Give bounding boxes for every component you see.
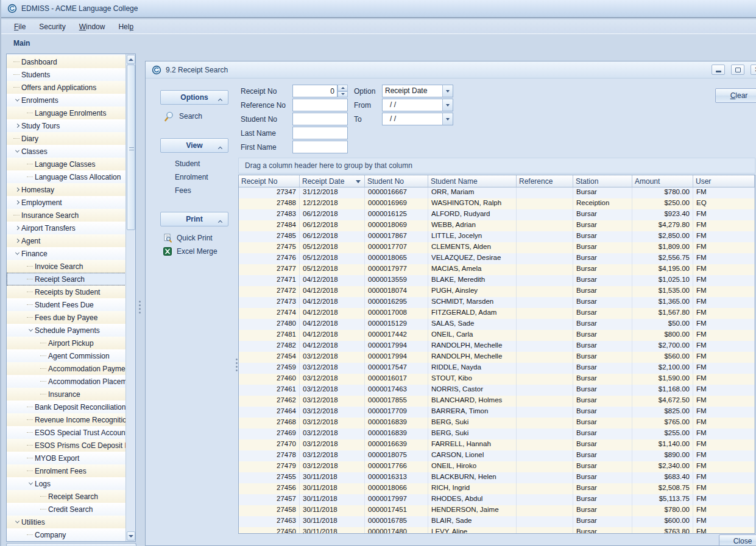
view-student-link[interactable]: Student [175,159,200,168]
tree-item-study-tours[interactable]: Study Tours [7,119,126,132]
table-row[interactable]: 2747903/12/20180000017766ONEIL, HirokoBu… [239,461,755,472]
panel-splitter[interactable] [139,301,141,313]
dropdown-arrow-icon[interactable] [442,113,453,125]
tree-item-student-fees-due[interactable]: Student Fees Due [7,298,126,311]
table-row[interactable]: 2747505/12/20180000017707CLEMENTS, Alden… [239,242,755,253]
expanded-chevron-icon[interactable] [13,150,21,153]
tree-item-esos-prisms-coe-deposit-expor[interactable]: ESOS Prisms CoE Deposit Expor [7,439,126,452]
menu-window[interactable]: Window [74,21,111,33]
receipt-no-input[interactable] [292,85,337,97]
collapsed-chevron-icon[interactable] [13,226,21,229]
tree-item-receipt-search[interactable]: Receipt Search [7,490,126,503]
column-header-reference[interactable]: Reference [517,175,573,187]
tree-item-language-classes[interactable]: Language Classes [7,158,126,170]
table-row[interactable]: 2748406/12/20180000018069WEBB, AdrianBur… [239,220,755,231]
tree-item-language-class-allocation[interactable]: Language Class Allocation [7,170,126,183]
group-by-bar[interactable]: Drag a column header here to group by th… [238,158,755,173]
menu-security[interactable]: Security [34,21,71,33]
option-select[interactable]: Receipt Date [382,85,453,97]
table-row[interactable]: 2746903/12/20180000016839BERG, SukiBursa… [239,429,755,439]
tree-item-employment[interactable]: Employment [7,196,126,209]
table-row[interactable]: 2745730/11/20180000017997RHODES, AbdulBu… [239,494,755,505]
table-row[interactable]: 2746330/11/20180000016785BLAIR, SadeBurs… [239,516,755,527]
column-header-student-no[interactable]: Student No [365,175,428,187]
tree-item-offers-and-applications[interactable]: Offers and Applications [7,81,126,94]
column-header-receipt-date[interactable]: Receipt Date [300,175,365,187]
table-row[interactable]: 2747204/12/20180000018074PUGH, AinsleyBu… [239,286,755,297]
table-row[interactable]: 2734731/12/20180000016667ORR, MariamBurs… [239,187,755,198]
table-row[interactable]: 2748812/12/20180000016969WASHINGTON, Ral… [239,198,755,209]
table-row[interactable]: 2747003/12/20180000016639FARRELL, Hannah… [239,439,755,450]
expanded-chevron-icon[interactable] [13,252,21,255]
tree-item-students[interactable]: Students [7,68,126,81]
tree-item-utilities[interactable]: Utilities [7,516,126,528]
from-date-input[interactable]: / / [382,99,453,111]
close-button[interactable]: Close [719,534,756,546]
tree-item-schedule-payments[interactable]: Schedule Payments [7,324,126,337]
column-header-amount[interactable]: Amount [632,175,693,187]
expanded-chevron-icon[interactable] [13,520,21,523]
expanded-chevron-icon[interactable] [13,99,21,102]
tree-item-enrolment-fees[interactable]: Enrolment Fees [7,464,126,477]
table-row[interactable]: 2745903/12/20180000017547RIDDLE, NaydaBu… [239,363,755,374]
column-header-student-name[interactable]: Student Name [428,175,517,187]
tree-item-agent[interactable]: Agent [7,234,126,247]
tree-item-invoice-search[interactable]: Invoice Search [7,260,126,273]
tree-item-agent-commission[interactable]: Agent Commission [7,349,126,362]
first-name-input[interactable] [292,141,348,153]
print-section-header[interactable]: Print [160,212,228,226]
sort-filter-arrow-icon[interactable] [356,180,361,183]
tree-item-airport-pickup[interactable]: Airport Pickup [7,337,126,349]
table-row[interactable]: 2745830/11/20180000017451HENDERSON, Jaim… [239,505,755,516]
minimize-button-icon[interactable] [712,65,725,75]
table-row[interactable]: 2745530/11/20180000016313BLACKBURN, Hele… [239,472,755,483]
window-titlebar[interactable]: 9.2 Receipt Search ✕ [146,61,756,79]
table-row[interactable]: 2748204/12/20180000017994RANDOLPH, Meche… [239,341,755,352]
expanded-chevron-icon[interactable] [26,482,35,485]
expanded-chevron-icon[interactable] [26,329,35,332]
table-row[interactable]: 2747104/12/20180000013559BLAKE, Meredith… [239,275,755,286]
quick-print-button[interactable]: Quick Print [163,233,213,243]
tree-item-insurance[interactable]: Insurance [7,388,126,401]
tree-item-receipts-by-student[interactable]: Receipts by Student [7,285,126,298]
table-row[interactable]: 2747404/12/20180000017008FITZGERALD, Ada… [239,308,755,319]
tree-item-language-enrolments[interactable]: Language Enrolments [7,107,126,119]
tree-item-insurance-search[interactable]: Insurance Search [7,209,126,222]
tree-item-logs[interactable]: Logs [7,477,126,490]
table-row[interactable]: 2748004/12/20180000015129SALAS, SadeBurs… [239,319,755,330]
scroll-down-button[interactable] [127,531,135,541]
clear-button[interactable]: Clear [715,88,756,103]
table-row[interactable]: 2747705/12/20180000017977MACIAS, AmelaBu… [239,264,755,275]
table-row[interactable]: 2746203/12/20180000017855BLANCHARD, Holm… [239,396,755,407]
maximize-button-icon[interactable] [731,65,744,75]
reference-no-input[interactable] [292,99,348,111]
grid-splitter[interactable] [236,359,238,371]
table-row[interactable]: 2746803/12/20180000016839BERG, SukiBursa… [239,418,755,429]
table-row[interactable]: 2745403/12/20180000017994RANDOLPH, Meche… [239,352,755,363]
column-header-receipt-no[interactable]: Receipt No [239,175,300,187]
receipt-no-spinner[interactable] [337,85,348,97]
table-row[interactable]: 2745030/11/20180000017480LEVY, AlineBurs… [239,527,755,534]
tree-item-esos-special-trust-account[interactable]: ESOS Special Trust Account [7,426,126,439]
view-enrolment-link[interactable]: Enrolment [175,173,208,181]
collapsed-chevron-icon[interactable] [13,188,21,191]
menu-file[interactable]: File [9,21,31,33]
view-section-header[interactable]: View [160,138,228,153]
tree-item-airport-transfers[interactable]: Airport Transfers [7,222,126,234]
tree-item-diary[interactable]: Diary [7,132,126,145]
tree-item-myob-export[interactable]: MYOB Export [7,452,126,464]
tree-item-homestay[interactable]: Homestay [7,183,126,196]
tree-item-classes[interactable]: Classes [7,145,126,158]
scroll-up-button[interactable] [127,55,135,64]
dropdown-arrow-icon[interactable] [442,99,453,111]
tree-item-enrolments[interactable]: Enrolments [7,94,126,107]
tree-item-fees-due-by-payee[interactable]: Fees due by Payee [7,311,126,324]
excel-merge-button[interactable]: Excel Merge [163,247,217,256]
table-row[interactable]: 2747605/12/20180000018065VELAZQUEZ, Desi… [239,253,755,264]
tree-item-credit-search[interactable]: Credit Search [7,503,126,516]
table-row[interactable]: 2747803/12/20180000018075CARSON, LionelB… [239,450,755,461]
collapsed-chevron-icon[interactable] [13,239,21,242]
table-row[interactable]: 2748306/12/20180000016125ALFORD, Rudyard… [239,209,755,220]
tree-item-accommodation-payment[interactable]: Accommodation Payment [7,362,126,375]
student-no-input[interactable] [292,113,348,125]
